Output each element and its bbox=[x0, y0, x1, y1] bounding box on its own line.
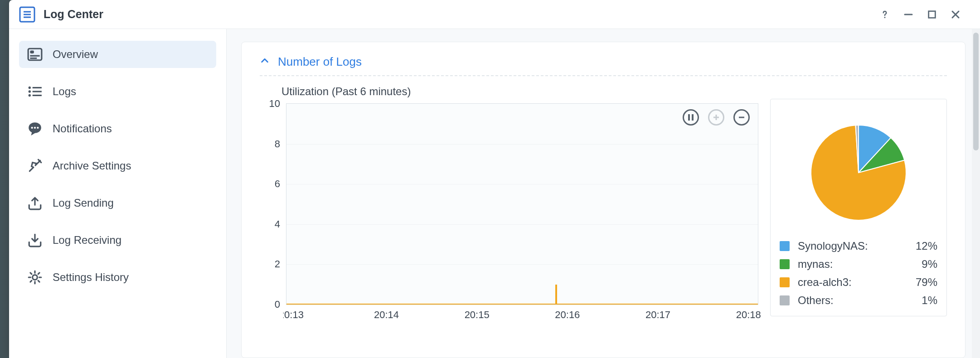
y-axis-tick: 10 bbox=[269, 98, 286, 110]
maximize-button[interactable] bbox=[920, 3, 944, 26]
sidebar-item-settings-history[interactable]: Settings History bbox=[19, 264, 216, 291]
log-sending-icon bbox=[27, 195, 43, 211]
vertical-scrollbar[interactable] bbox=[972, 29, 980, 358]
sidebar-item-overview[interactable]: Overview bbox=[19, 41, 216, 68]
window-title: Log Center bbox=[44, 8, 103, 21]
x-axis-tick: 20:16 bbox=[555, 305, 580, 321]
logs-icon bbox=[27, 84, 43, 99]
svg-rect-26 bbox=[692, 114, 694, 121]
close-button[interactable] bbox=[944, 3, 967, 26]
section-toggle-number-of-logs[interactable]: Number of Logs bbox=[260, 55, 947, 76]
legend-value: 79% bbox=[916, 276, 937, 289]
sidebar-item-label: Log Receiving bbox=[53, 234, 121, 247]
sidebar-item-archive-settings[interactable]: Archive Settings bbox=[19, 152, 216, 179]
svg-point-23 bbox=[37, 127, 39, 129]
scrollbar-thumb[interactable] bbox=[973, 33, 979, 150]
line-spike bbox=[555, 285, 557, 305]
svg-point-15 bbox=[29, 90, 31, 92]
app-window: Log Center Overview bbox=[9, 0, 980, 358]
x-axis-tick: 20:18 bbox=[736, 305, 761, 321]
svg-rect-7 bbox=[929, 11, 936, 18]
svg-point-5 bbox=[884, 16, 885, 18]
line-series bbox=[286, 304, 758, 305]
legend-label: mynas: bbox=[798, 258, 922, 271]
x-axis-tick: 20:15 bbox=[465, 305, 490, 321]
sidebar-item-label: Logs bbox=[53, 85, 76, 98]
sidebar-item-label: Overview bbox=[53, 48, 98, 61]
settings-history-icon bbox=[27, 270, 43, 285]
svg-point-22 bbox=[34, 127, 36, 129]
overview-icon bbox=[27, 47, 43, 62]
y-axis-tick: 8 bbox=[275, 138, 286, 150]
titlebar: Log Center bbox=[9, 0, 980, 29]
y-axis-tick: 6 bbox=[275, 178, 286, 190]
legend-value: 1% bbox=[922, 294, 937, 307]
notifications-icon bbox=[27, 121, 43, 136]
legend-value: 12% bbox=[916, 240, 937, 252]
y-axis-tick: 2 bbox=[275, 258, 286, 270]
svg-rect-25 bbox=[688, 114, 690, 121]
legend-swatch bbox=[780, 277, 790, 287]
svg-point-21 bbox=[31, 127, 33, 129]
sidebar: Overview Logs Notifications Archive Sett… bbox=[9, 29, 227, 358]
archive-settings-icon bbox=[27, 158, 43, 174]
sidebar-item-label: Archive Settings bbox=[53, 160, 131, 172]
sidebar-item-label: Settings History bbox=[53, 271, 129, 284]
content-area: Number of Logs Utilization (Past 6 minut… bbox=[227, 29, 980, 358]
x-axis-tick: 20:17 bbox=[645, 305, 670, 321]
svg-rect-11 bbox=[30, 51, 34, 53]
sidebar-item-log-sending[interactable]: Log Sending bbox=[19, 189, 216, 217]
y-axis-tick: 4 bbox=[275, 218, 286, 230]
chart-zoom-out-button[interactable] bbox=[733, 109, 750, 126]
legend-label: SynologyNAS: bbox=[798, 240, 916, 252]
legend-row: SynologyNAS:12% bbox=[780, 240, 937, 252]
sidebar-item-log-receiving[interactable]: Log Receiving bbox=[19, 227, 216, 254]
chart-pause-button[interactable] bbox=[683, 109, 699, 126]
sidebar-item-logs[interactable]: Logs bbox=[19, 78, 216, 105]
log-receiving-icon bbox=[27, 232, 43, 248]
overview-panel: Number of Logs Utilization (Past 6 minut… bbox=[241, 42, 965, 358]
utilization-line-chart: 024681020:1320:1420:1520:1620:1720:18 bbox=[260, 99, 758, 316]
section-title: Number of Logs bbox=[278, 55, 362, 69]
chart-zoom-in-button[interactable] bbox=[708, 109, 724, 126]
svg-point-14 bbox=[29, 87, 31, 89]
help-button[interactable] bbox=[873, 3, 897, 26]
x-axis-tick: 20:14 bbox=[374, 305, 399, 321]
sidebar-item-label: Notifications bbox=[53, 122, 112, 135]
legend-swatch bbox=[780, 295, 790, 305]
log-distribution-pie-chart: SynologyNAS:12%mynas:9%crea-alch3:79%Oth… bbox=[770, 99, 947, 316]
minimize-button[interactable] bbox=[897, 3, 920, 26]
chart-subtitle: Utilization (Past 6 minutes) bbox=[281, 85, 947, 98]
sidebar-item-label: Log Sending bbox=[53, 197, 114, 209]
chevron-up-icon bbox=[260, 55, 270, 69]
legend-label: crea-alch3: bbox=[798, 276, 916, 289]
legend-swatch bbox=[780, 241, 790, 251]
legend-swatch bbox=[780, 259, 790, 269]
app-icon bbox=[19, 6, 35, 23]
sidebar-item-notifications[interactable]: Notifications bbox=[19, 115, 216, 142]
legend-label: Others: bbox=[798, 294, 922, 307]
legend-row: Others:1% bbox=[780, 294, 937, 307]
legend-row: crea-alch3:79% bbox=[780, 276, 937, 289]
svg-point-24 bbox=[33, 275, 38, 280]
legend-value: 9% bbox=[922, 258, 937, 271]
svg-point-16 bbox=[29, 94, 31, 97]
legend-row: mynas:9% bbox=[780, 258, 937, 271]
